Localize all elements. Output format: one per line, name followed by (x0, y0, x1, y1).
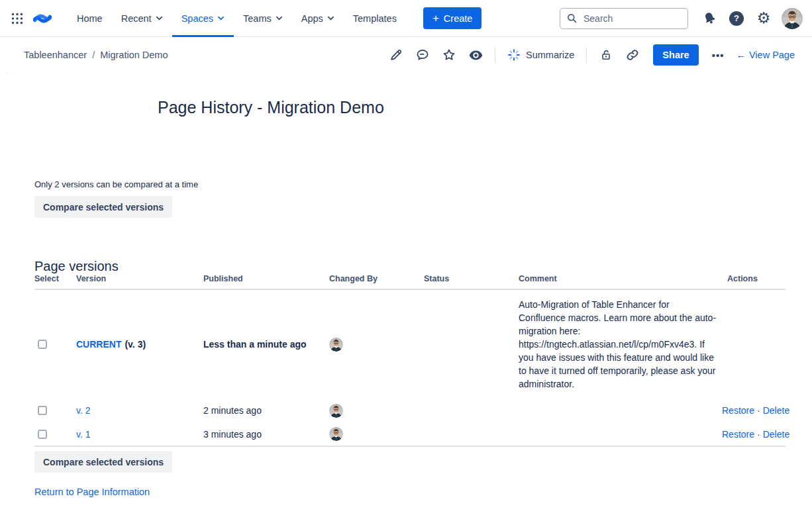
pencil-icon (389, 48, 403, 62)
primary-nav: Home Recent Spaces Teams (68, 0, 406, 37)
breadcrumb-separator: / (92, 50, 95, 60)
return-to-page-information-link[interactable]: Return to Page Information (34, 487, 150, 497)
comment-icon (415, 48, 430, 62)
header-actions: Actions (722, 270, 786, 289)
chevron-down-icon (156, 15, 163, 22)
actions-cell (722, 289, 786, 399)
version-link[interactable]: v. 2 (76, 405, 91, 416)
chevron-down-icon (217, 15, 225, 22)
nav-item-apps[interactable]: Apps (292, 0, 344, 37)
plus-icon: + (432, 13, 439, 24)
nav-item-recent[interactable]: Recent (112, 0, 172, 37)
breadcrumb-space-link[interactable]: Tableenhancer (24, 50, 87, 60)
changed-by-avatar[interactable] (329, 338, 343, 352)
comment-cell (519, 399, 722, 422)
top-navigation-bar: Home Recent Spaces Teams (0, 0, 812, 37)
actions-cell: Restore·Delete (722, 422, 786, 446)
version-comment: Auto-Migration of Table Enhancer for Con… (519, 294, 717, 395)
version-row-1: v. 1 3 minutes ago Restore·Delete (34, 422, 786, 446)
breadcrumb-page-link[interactable]: Migration Demo (100, 50, 168, 60)
page-toolbar: Summarize (386, 44, 795, 66)
app-switcher-button[interactable] (8, 9, 26, 28)
toolbar-divider (586, 47, 587, 63)
header-published: Published (203, 270, 329, 289)
version-history-table: Select Version Published Changed By Stat… (34, 270, 786, 447)
status-cell (424, 289, 519, 399)
create-button-label: Create (444, 13, 473, 24)
eye-icon (468, 48, 483, 63)
header-status: Status (424, 270, 519, 289)
nav-item-label: Teams (243, 13, 272, 24)
bell-icon (702, 11, 717, 26)
search-box[interactable] (560, 8, 688, 29)
restore-link[interactable]: Restore (722, 429, 754, 440)
header-comment: Comment (519, 270, 722, 289)
version-number: (v. 3) (125, 339, 146, 350)
notifications-button[interactable] (700, 9, 719, 28)
view-page-link[interactable]: ← View Page (736, 50, 795, 60)
status-cell (424, 399, 519, 422)
settings-button[interactable]: ⚙ (754, 9, 773, 28)
help-icon: ? (729, 11, 744, 26)
star-button[interactable] (439, 45, 459, 65)
actions-cell: Restore·Delete (722, 399, 786, 422)
changed-by-avatar[interactable] (329, 404, 343, 418)
published-time: 2 minutes ago (203, 399, 329, 422)
breadcrumb: Tableenhancer / Migration Demo (24, 50, 168, 60)
help-button[interactable]: ? (727, 9, 746, 28)
copy-link-button[interactable] (623, 45, 642, 65)
star-icon (442, 48, 456, 62)
version-link[interactable]: v. 1 (76, 429, 91, 440)
summarize-button[interactable]: Summarize (505, 45, 577, 65)
watch-button[interactable] (466, 45, 485, 65)
compare-selected-versions-button-top[interactable]: Compare selected versions (34, 196, 172, 218)
version-row-current: CURRENT(v. 3) Less than a minute ago Aut… (34, 289, 786, 399)
changed-by-avatar[interactable] (329, 427, 343, 441)
delete-link[interactable]: Delete (763, 429, 789, 440)
compare-note: Only 2 versions can be compared at a tim… (34, 179, 198, 189)
header-changed-by: Changed By (329, 270, 424, 289)
action-separator: · (757, 405, 760, 416)
status-cell (424, 422, 519, 446)
comment-cell (519, 422, 722, 446)
nav-item-teams[interactable]: Teams (234, 0, 292, 37)
more-actions-button[interactable]: ••• (709, 50, 727, 61)
nav-item-label: Recent (121, 13, 152, 24)
unlock-icon (599, 48, 613, 62)
chevron-down-icon (276, 15, 283, 22)
view-page-label: View Page (749, 50, 795, 60)
confluence-logo-icon[interactable] (33, 11, 52, 26)
search-input[interactable] (582, 13, 671, 24)
link-icon (625, 48, 640, 62)
edit-button[interactable] (386, 45, 406, 65)
restore-link[interactable]: Restore (722, 405, 754, 416)
table-header-row: Select Version Published Changed By Stat… (34, 270, 786, 289)
search-icon (567, 13, 577, 23)
select-version-checkbox[interactable] (38, 340, 47, 349)
create-button[interactable]: + Create (423, 7, 482, 29)
nav-item-spaces[interactable]: Spaces (172, 0, 234, 37)
published-time: 3 minutes ago (203, 422, 329, 446)
compare-selected-versions-button-bottom[interactable]: Compare selected versions (34, 451, 172, 473)
action-separator: · (757, 429, 760, 440)
topnav-right-actions: ? ⚙ (700, 8, 803, 29)
select-version-checkbox[interactable] (38, 430, 47, 439)
share-button[interactable]: Share (653, 44, 698, 66)
delete-link[interactable]: Delete (763, 405, 789, 416)
nav-item-label: Home (77, 13, 103, 24)
version-row-2: v. 2 2 minutes ago Restore·Delete (34, 399, 786, 422)
header-select: Select (34, 270, 76, 289)
ai-sparkle-icon (507, 48, 521, 62)
nav-item-label: Templates (353, 13, 397, 24)
nav-item-templates[interactable]: Templates (344, 0, 406, 37)
nav-item-home[interactable]: Home (68, 0, 112, 37)
restrictions-button[interactable] (596, 45, 616, 65)
page-header-bar: Tableenhancer / Migration Demo (0, 37, 812, 73)
more-icon: ••• (712, 50, 725, 61)
summarize-label: Summarize (526, 50, 574, 60)
select-version-checkbox[interactable] (38, 406, 47, 415)
comments-button[interactable] (413, 45, 432, 65)
nav-item-label: Spaces (181, 13, 213, 24)
user-avatar[interactable] (782, 8, 803, 29)
version-link-current[interactable]: CURRENT (76, 339, 121, 350)
